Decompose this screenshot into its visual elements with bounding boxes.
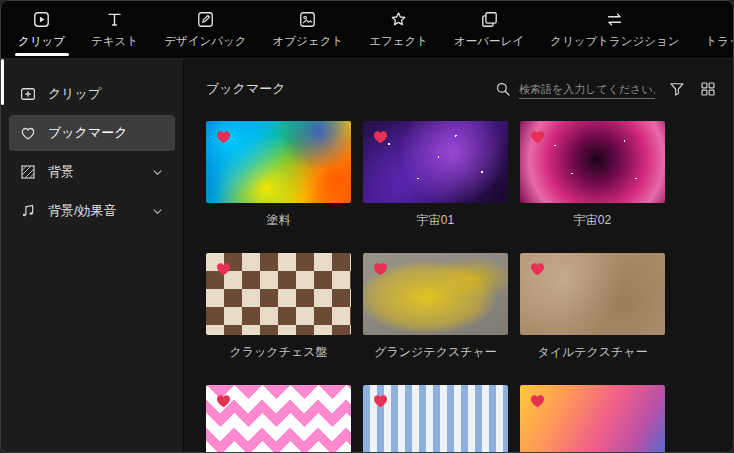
clip-transition-icon [605, 10, 624, 29]
tab-object[interactable]: オブジェクト [260, 1, 357, 58]
grid-item [363, 385, 508, 453]
bookmark-heart-icon[interactable] [528, 391, 547, 410]
tab-label: エフェクト [369, 34, 428, 49]
grid-item: タイルテクスチャー [520, 253, 665, 361]
grid-item: 宇宙01 [363, 121, 508, 229]
bookmark-heart-icon[interactable] [214, 259, 233, 278]
bookmark-grid: 塗料 宇宙01 宇宙02 [206, 121, 733, 453]
main-content: ブックマーク 塗料 [184, 59, 733, 453]
search-box [494, 80, 655, 99]
thumbnail-tile-texture[interactable] [520, 253, 665, 335]
text-icon [105, 10, 124, 29]
tab-label: クリップ [18, 34, 65, 49]
grid-item [520, 385, 665, 453]
tab-label: テキスト [91, 34, 138, 49]
thumbnail-paint[interactable] [206, 121, 351, 203]
sidebar-item-label: クリップ [48, 85, 101, 103]
grid-item: クラックチェス盤 [206, 253, 351, 361]
bookmark-heart-icon[interactable] [528, 259, 547, 278]
bookmark-heart-icon[interactable] [528, 127, 547, 146]
tab-label: デザインパック [164, 34, 246, 49]
chevron-down-icon[interactable] [150, 165, 165, 180]
thumbnail-label: 塗料 [206, 212, 351, 229]
page-title: ブックマーク [206, 80, 286, 98]
thumbnail-label: タイルテクスチャー [520, 344, 665, 361]
content-header: ブックマーク [206, 77, 733, 101]
sidebar-item-label: 背景 [48, 163, 74, 181]
chevron-down-icon[interactable] [150, 204, 165, 219]
tab-label: トラックトランジション [706, 34, 734, 49]
tab-clip-transition[interactable]: クリップトランジション [537, 1, 692, 58]
filter-icon[interactable] [668, 80, 686, 98]
thumbnail-blue-stripes[interactable] [363, 385, 508, 453]
thumbnail-space01[interactable] [363, 121, 508, 203]
bookmark-heart-icon[interactable] [371, 391, 390, 410]
object-icon [298, 10, 317, 29]
sidebar-item-bookmark[interactable]: ブックマーク [9, 115, 175, 151]
grid-item [206, 385, 351, 453]
grid-item: 塗料 [206, 121, 351, 229]
search-icon [494, 80, 512, 98]
sidebar-item-clip[interactable]: クリップ [9, 76, 175, 112]
app-window: クリップ テキスト デザインパック オブジェクト エフェクト オーバーレイ クリ… [0, 0, 734, 453]
thumbnail-cracked-checkerboard[interactable] [206, 253, 351, 335]
thumbnail-pink-zigzag[interactable] [206, 385, 351, 453]
sidebar-item-background-sfx[interactable]: 背景/効果音 [9, 193, 175, 229]
bookmark-heart-icon[interactable] [371, 127, 390, 146]
bookmark-heart-icon[interactable] [214, 391, 233, 410]
thumbnail-space02[interactable] [520, 121, 665, 203]
tab-effect[interactable]: エフェクト [356, 1, 441, 58]
thumbnail-grunge-texture[interactable] [363, 253, 508, 335]
grid-item: 宇宙02 [520, 121, 665, 229]
thumbnail-label: 宇宙01 [363, 212, 508, 229]
grid-view-icon[interactable] [699, 80, 717, 98]
music-note-icon [19, 202, 37, 220]
overlay-icon [480, 10, 499, 29]
sidebar: クリップ ブックマーク 背景 背景/効果音 [1, 59, 184, 453]
sidebar-item-label: ブックマーク [48, 124, 128, 142]
thumbnail-label: グランジテクスチャー [363, 344, 508, 361]
tab-text[interactable]: テキスト [78, 1, 151, 58]
tab-design-pack[interactable]: デザインパック [151, 1, 259, 58]
tab-overlay[interactable]: オーバーレイ [441, 1, 537, 58]
bookmark-heart-icon[interactable] [371, 259, 390, 278]
search-input[interactable] [519, 80, 655, 99]
tab-label: クリップトランジション [550, 34, 679, 49]
background-pattern-icon [19, 163, 37, 181]
bookmark-heart-icon[interactable] [214, 127, 233, 146]
thumbnail-sunset-gradient[interactable] [520, 385, 665, 453]
add-clip-icon [19, 85, 37, 103]
tab-track-transition[interactable]: トラックトランジション [693, 1, 734, 58]
thumbnail-label: クラックチェス盤 [206, 344, 351, 361]
heart-icon [19, 124, 37, 142]
sidebar-item-background[interactable]: 背景 [9, 154, 175, 190]
design-pack-icon [196, 10, 215, 29]
tab-label: オーバーレイ [454, 34, 524, 49]
clip-icon [32, 10, 51, 29]
tab-label: オブジェクト [273, 34, 344, 49]
thumbnail-label: 宇宙02 [520, 212, 665, 229]
grid-item: グランジテクスチャー [363, 253, 508, 361]
effect-star-icon [389, 10, 408, 29]
sidebar-item-label: 背景/効果音 [48, 202, 117, 220]
tab-clip[interactable]: クリップ [5, 1, 78, 58]
top-toolbar: クリップ テキスト デザインパック オブジェクト エフェクト オーバーレイ クリ… [1, 1, 733, 59]
sidebar-scrollbar[interactable] [1, 59, 4, 105]
